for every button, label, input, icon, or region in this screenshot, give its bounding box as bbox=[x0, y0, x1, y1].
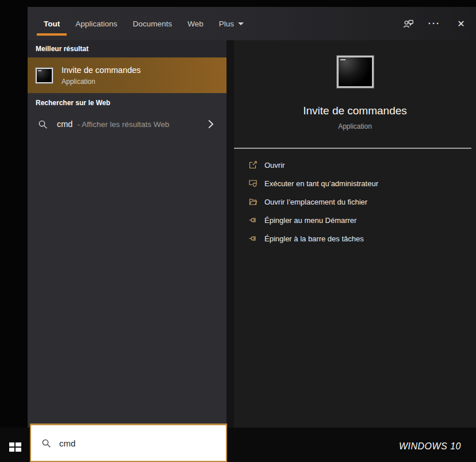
close-icon[interactable]: ✕ bbox=[455, 18, 467, 29]
file-location-icon bbox=[248, 197, 258, 206]
web-search-result[interactable]: cmd - Afficher les résultats Web bbox=[28, 113, 227, 136]
preview-subtitle: Application bbox=[234, 122, 476, 130]
tab-tout[interactable]: Tout bbox=[44, 7, 60, 40]
search-flyout-window: Tout Applications Documents Web Plus bbox=[28, 7, 476, 428]
command-prompt-icon-large bbox=[337, 56, 374, 88]
open-icon bbox=[248, 160, 258, 170]
tab-web[interactable]: Web bbox=[187, 7, 204, 40]
action-list: Ouvrir Exécuter en tant qu’administrateu… bbox=[234, 156, 476, 248]
more-options-icon[interactable]: ••• bbox=[429, 18, 440, 29]
search-input[interactable] bbox=[59, 438, 197, 448]
tab-documents[interactable]: Documents bbox=[133, 7, 172, 40]
action-open[interactable]: Ouvrir bbox=[234, 156, 476, 174]
search-icon bbox=[41, 438, 51, 448]
web-search-suffix: - Afficher les résultats Web bbox=[77, 120, 169, 129]
preview-panel: Invite de commandes Application Ouvrir bbox=[234, 40, 476, 428]
action-open-label: Ouvrir bbox=[264, 161, 285, 170]
tab-applications-label: Applications bbox=[75, 20, 117, 28]
best-match-text: Invite de commandes Application bbox=[62, 66, 141, 86]
best-match-result[interactable]: Invite de commandes Application bbox=[28, 57, 227, 93]
chevron-down-icon bbox=[238, 22, 244, 25]
tab-web-label: Web bbox=[187, 20, 204, 28]
search-icon bbox=[38, 120, 48, 129]
windows-logo-icon bbox=[9, 442, 14, 446]
taskbar-search-box[interactable] bbox=[30, 424, 227, 462]
web-search-section-label: Rechercher sur le Web bbox=[36, 99, 110, 107]
results-panel: Meilleur résultat Invite de commandes Ap… bbox=[28, 40, 227, 428]
tab-tout-label: Tout bbox=[44, 20, 60, 28]
start-button[interactable] bbox=[9, 442, 21, 452]
search-tab-bar: Tout Applications Documents Web Plus bbox=[28, 7, 476, 40]
desktop: Tout Applications Documents Web Plus bbox=[0, 0, 476, 462]
action-open-file-location[interactable]: Ouvrir l’emplacement du fichier bbox=[234, 192, 476, 211]
best-match-subtitle: Application bbox=[62, 78, 141, 86]
chevron-right-icon[interactable] bbox=[208, 119, 214, 129]
best-match-title: Invite de commandes bbox=[62, 66, 141, 75]
command-prompt-icon bbox=[36, 68, 53, 83]
web-search-query: cmd bbox=[57, 120, 72, 129]
tab-applications[interactable]: Applications bbox=[75, 7, 117, 40]
preview-title: Invite de commandes bbox=[234, 105, 476, 117]
windows-watermark: WINDOWS 10 bbox=[399, 441, 461, 452]
tab-documents-label: Documents bbox=[133, 20, 172, 28]
action-pin-to-start[interactable]: Épingler au menu Démarrer bbox=[234, 211, 476, 229]
action-open-file-location-label: Ouvrir l’emplacement du fichier bbox=[264, 198, 367, 206]
action-pin-to-taskbar[interactable]: Épingler à la barre des tâches bbox=[234, 229, 476, 248]
tabs: Tout Applications Documents Web Plus bbox=[44, 7, 244, 40]
tab-plus[interactable]: Plus bbox=[219, 7, 244, 40]
best-match-section-header: Meilleur résultat bbox=[28, 40, 227, 57]
action-pin-to-taskbar-label: Épingler à la barre des tâches bbox=[264, 234, 364, 243]
run-as-admin-icon bbox=[248, 179, 258, 188]
action-run-as-admin-label: Exécuter en tant qu’administrateur bbox=[264, 179, 378, 188]
pin-to-taskbar-icon bbox=[248, 234, 258, 243]
best-match-section-label: Meilleur résultat bbox=[36, 45, 89, 53]
feedback-icon[interactable] bbox=[402, 18, 414, 29]
divider bbox=[234, 148, 471, 149]
action-run-as-admin[interactable]: Exécuter en tant qu’administrateur bbox=[234, 174, 476, 192]
tab-plus-label: Plus bbox=[219, 20, 234, 28]
tabbar-actions: ••• ✕ bbox=[402, 18, 476, 29]
pin-to-start-icon bbox=[248, 215, 258, 225]
web-search-section-header: Rechercher sur le Web bbox=[28, 93, 227, 113]
action-pin-to-start-label: Épingler au menu Démarrer bbox=[264, 216, 356, 225]
